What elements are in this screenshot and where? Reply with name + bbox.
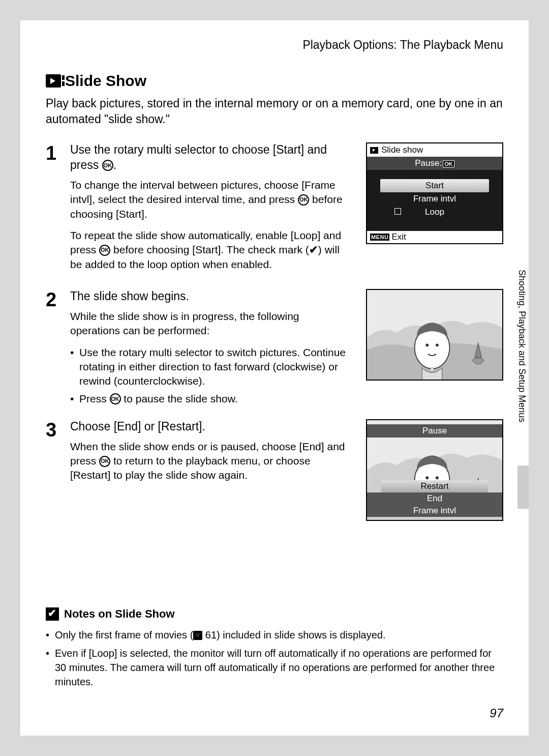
screen3-frame-row: Frame intvl <box>367 505 502 517</box>
ok-icon: OK <box>99 245 110 256</box>
page-ref-icon: ☞ <box>193 631 202 640</box>
svg-point-8 <box>425 476 429 479</box>
screen-title: Slide show <box>381 145 423 155</box>
step-2-b2-a: Press <box>79 393 110 404</box>
side-tab-text: Shooting, Playback and Setup Menus <box>516 270 527 422</box>
note-1-a: Only the first frame of movies ( <box>55 629 193 641</box>
step-2-bullets: Use the rotary multi selector to switch … <box>70 345 356 406</box>
screen3-restart-row: Restart <box>381 480 488 492</box>
ok-icon: OK <box>99 456 110 467</box>
slideshow-icon <box>46 74 61 88</box>
page-number: 97 <box>490 706 503 720</box>
step-2-b2-b: to pause the slide show. <box>121 393 238 404</box>
ok-icon: OK <box>298 194 309 206</box>
ok-badge: OK <box>443 160 454 167</box>
screen-frame-row: Frame intvl <box>380 192 489 206</box>
screen-loop-row: Loop <box>380 206 489 219</box>
step-3: 3 Choose [End] or [Restart]. When the sl… <box>46 419 503 521</box>
intro-text: Play back pictures, stored in the intern… <box>46 96 503 127</box>
page-title: Slide Show <box>65 72 146 90</box>
screen-pause-menu: Pause Restart End Frame intvl <box>366 419 503 521</box>
step-2-p1: While the slide show is in progress, the… <box>70 309 356 338</box>
header-breadcrumb: Playback Options: The Playback Menu <box>46 38 503 52</box>
slideshow-mini-icon <box>370 147 378 154</box>
notes-title: Notes on Slide Show <box>64 607 175 621</box>
step-2-title: The slide show begins. <box>70 289 356 304</box>
step-2-number: 2 <box>46 290 61 409</box>
note-1: Only the first frame of movies (☞ 61) in… <box>46 628 503 642</box>
step-3-title: Choose [End] or [Restart]. <box>70 419 356 434</box>
notes-header: Notes on Slide Show <box>46 607 503 621</box>
notes-section: Notes on Slide Show Only the first frame… <box>46 607 503 689</box>
notes-check-icon <box>46 607 59 621</box>
screen-playback-image <box>366 289 503 381</box>
step-1-title: Use the rotary multi selector to choose … <box>70 142 356 173</box>
note-1-b: ) included in slide shows is displayed. <box>217 629 385 641</box>
screen-titlebar: Slide show <box>367 143 502 157</box>
step-3-number: 3 <box>46 420 61 521</box>
screen-pause-label: Pause: <box>415 158 442 168</box>
step-2-b2: Press OK to pause the slide show. <box>70 392 356 406</box>
note-2: Even if [Loop] is selected, the monitor … <box>46 646 503 689</box>
ok-icon: OK <box>102 160 113 171</box>
check-icon: ✔ <box>309 244 318 255</box>
screen3-pause-row: Pause <box>367 424 502 438</box>
ok-icon: OK <box>110 393 121 404</box>
menu-badge: MENU <box>370 234 389 241</box>
step-3-p1: When the slide show ends or is paused, c… <box>70 440 356 483</box>
step-1-p1-a: To change the interval between pictures,… <box>70 179 336 205</box>
loop-checkbox <box>394 208 401 215</box>
screen-slideshow-menu: Slide show Pause:OK Start Frame intvl Lo… <box>366 142 503 244</box>
step-1-title-b: . <box>113 158 116 171</box>
screen-loop-label: Loop <box>425 207 444 217</box>
step-2-b1: Use the rotary multi selector to switch … <box>70 345 356 389</box>
title-row: Slide Show <box>46 72 503 90</box>
screen-exit-label: Exit <box>391 232 406 242</box>
step-1-p1: To change the interval between pictures,… <box>70 178 356 221</box>
svg-point-4 <box>436 343 439 346</box>
page: Playback Options: The Playback Menu Slid… <box>20 20 529 736</box>
step-1-p2-b: before choosing [Start]. The check mark … <box>110 244 309 255</box>
screen3-end-row: End <box>367 492 502 505</box>
svg-point-3 <box>425 343 429 346</box>
side-tab-marker <box>517 466 529 509</box>
step-2: 2 The slide show begins. While the slide… <box>46 289 503 409</box>
step-1-number: 1 <box>46 143 61 279</box>
screen3-bottom: Restart End Frame intvl <box>367 480 502 517</box>
screen-pause-row: Pause:OK <box>367 157 502 170</box>
screen-footer: MENU Exit <box>367 231 502 243</box>
sample-photo-illustration <box>367 290 502 380</box>
svg-point-9 <box>436 476 439 479</box>
step-1-p2: To repeat the slide show automatically, … <box>70 228 356 272</box>
note-1-ref: 61 <box>205 629 217 641</box>
step-1: 1 Use the rotary multi selector to choos… <box>46 142 503 279</box>
notes-list: Only the first frame of movies (☞ 61) in… <box>46 628 503 689</box>
screen-start-row: Start <box>380 179 489 192</box>
